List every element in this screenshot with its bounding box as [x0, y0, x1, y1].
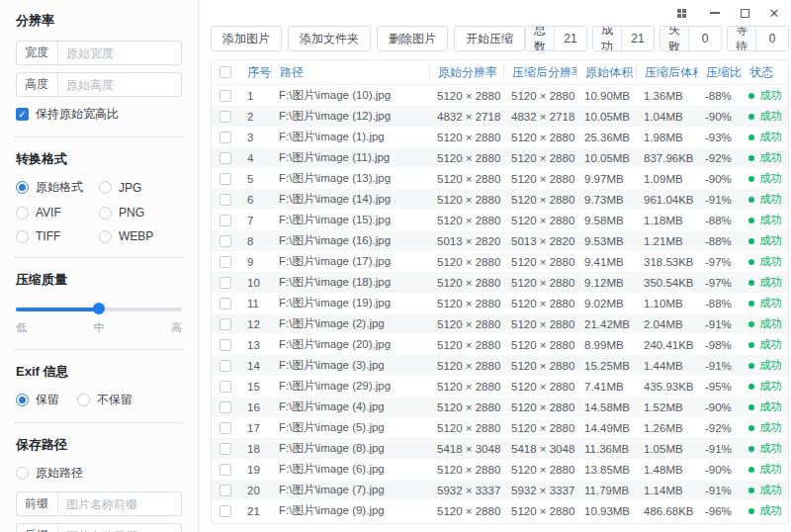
minimize-button[interactable] — [700, 4, 730, 22]
format-section-title: 转换格式 — [16, 150, 182, 168]
row-checkbox[interactable] — [212, 422, 239, 434]
table-row: 8F:\图片\image (16).jpg5013 × 28205013 × 2… — [212, 230, 788, 251]
row-index: 5 — [239, 173, 271, 185]
table-row: 17F:\图片\image (5).jpg5120 × 28805120 × 2… — [212, 417, 788, 438]
add-folder-button[interactable]: 添加文件夹 — [288, 26, 371, 51]
keep-aspect-ratio-checkbox[interactable]: 保持原始宽高比 — [16, 106, 182, 123]
format-option-webp[interactable]: WEBP — [99, 229, 182, 243]
quality-slider[interactable] — [16, 303, 182, 314]
success-dot-icon — [748, 508, 754, 514]
start-compress-button[interactable]: 开始压缩 — [454, 26, 525, 51]
format-option-tiff[interactable]: TIFF — [16, 229, 99, 243]
save-original-path-option[interactable]: 原始路径 — [16, 465, 182, 482]
row-ratio: -95% — [697, 381, 741, 393]
row-checkbox[interactable] — [212, 111, 239, 123]
delete-images-button[interactable]: 删除图片 — [377, 26, 448, 51]
row-path: F:\图片\image (6).jpg — [271, 462, 429, 477]
row-compressed-size: 1.04MB — [636, 111, 697, 123]
status-text: 成功 — [759, 483, 782, 497]
row-compressed-resolution: 5120 × 2880 — [503, 132, 576, 143]
exif-discard-option[interactable]: 不保留 — [77, 392, 132, 408]
row-path: F:\图片\image (10).jpg — [271, 88, 429, 103]
row-checkbox[interactable] — [212, 339, 239, 351]
row-status: 成功 — [741, 233, 788, 248]
row-status: 成功 — [741, 254, 788, 269]
slider-thumb[interactable] — [93, 303, 105, 314]
row-original-size: 10.05MB — [576, 111, 636, 123]
row-checkbox[interactable] — [212, 132, 239, 143]
stat-failed: 失败 0 — [659, 26, 722, 51]
row-compressed-size: 837.96KB — [636, 152, 697, 164]
row-checkbox[interactable] — [212, 235, 239, 247]
row-compressed-resolution: 5120 × 2880 — [503, 339, 576, 351]
row-checkbox[interactable] — [212, 381, 239, 393]
table-header: 序号 路径 原始分辨率 压缩后分辨率 原始体积 压缩后体积 压缩比率 状态 — [212, 60, 788, 85]
status-text: 成功 — [759, 441, 782, 456]
width-input[interactable] — [58, 46, 181, 60]
checkbox-icon — [220, 505, 231, 517]
success-dot-icon — [748, 384, 754, 390]
row-checkbox[interactable] — [212, 464, 239, 476]
format-option-avif[interactable]: AVIF — [16, 206, 99, 220]
prefix-input[interactable] — [58, 497, 181, 511]
format-option-jpg[interactable]: JPG — [99, 179, 182, 196]
checkbox-icon — [220, 173, 231, 185]
table-row: 3F:\图片\image (1).jpg5120 × 28805120 × 28… — [212, 127, 788, 147]
select-all-checkbox[interactable] — [212, 66, 239, 78]
row-original-resolution: 5120 × 2880 — [429, 194, 503, 206]
checkbox-icon — [220, 215, 231, 226]
minimize-icon — [710, 12, 720, 14]
row-ratio: -92% — [697, 422, 741, 434]
row-compressed-size: 1.10MB — [636, 298, 697, 310]
row-compressed-size: 350.54KB — [636, 277, 697, 289]
row-checkbox[interactable] — [212, 215, 239, 226]
row-path: F:\图片\image (19).jpg — [271, 296, 429, 310]
row-compressed-size: 1.09MB — [636, 173, 697, 185]
row-checkbox[interactable] — [212, 485, 239, 496]
stat-failed-label: 失败 — [660, 27, 689, 50]
row-status: 成功 — [741, 88, 788, 103]
row-ratio: -90% — [697, 173, 741, 185]
row-checkbox[interactable] — [212, 277, 239, 289]
row-original-resolution: 5120 × 2880 — [429, 381, 503, 393]
row-status: 成功 — [741, 420, 788, 435]
row-checkbox[interactable] — [212, 443, 239, 455]
row-compressed-size: 240.41KB — [636, 339, 697, 351]
row-checkbox[interactable] — [212, 90, 239, 102]
row-checkbox[interactable] — [212, 505, 239, 517]
format-option-png[interactable]: PNG — [99, 206, 182, 220]
suffix-input[interactable] — [58, 529, 181, 532]
stat-waiting-value: 0 — [756, 27, 788, 50]
row-checkbox[interactable] — [212, 256, 239, 268]
grid-menu-icon[interactable] — [677, 9, 686, 18]
radio-icon — [77, 394, 90, 406]
status-text: 成功 — [759, 296, 782, 310]
row-compressed-size: 1.48MB — [636, 464, 697, 476]
success-dot-icon — [748, 114, 754, 120]
add-images-button[interactable]: 添加图片 — [211, 26, 282, 51]
row-checkbox[interactable] — [212, 152, 239, 164]
row-checkbox[interactable] — [212, 318, 239, 330]
row-status: 成功 — [741, 130, 788, 144]
header-status: 状态 — [741, 65, 788, 79]
row-ratio: -88% — [697, 298, 741, 310]
exif-keep-option[interactable]: 保留 — [16, 392, 59, 408]
row-original-size: 14.49MB — [576, 422, 636, 434]
row-compressed-resolution: 5120 × 2880 — [503, 90, 576, 102]
row-path: F:\图片\image (17).jpg — [271, 254, 429, 269]
row-checkbox[interactable] — [212, 401, 239, 413]
close-button[interactable]: ✕ — [759, 4, 789, 22]
height-input[interactable] — [58, 78, 181, 92]
exif-section-title: Exif 信息 — [16, 363, 182, 381]
checkbox-icon — [220, 132, 231, 143]
row-status: 成功 — [741, 399, 788, 414]
row-compressed-resolution: 5120 × 2880 — [503, 277, 576, 289]
row-checkbox[interactable] — [212, 360, 239, 372]
checkbox-icon — [220, 485, 231, 496]
row-checkbox[interactable] — [212, 173, 239, 185]
row-checkbox[interactable] — [212, 298, 239, 310]
format-option-original[interactable]: 原始格式 — [16, 179, 99, 196]
row-checkbox[interactable] — [212, 194, 239, 206]
maximize-button[interactable] — [730, 4, 759, 22]
checkbox-icon — [220, 401, 231, 413]
